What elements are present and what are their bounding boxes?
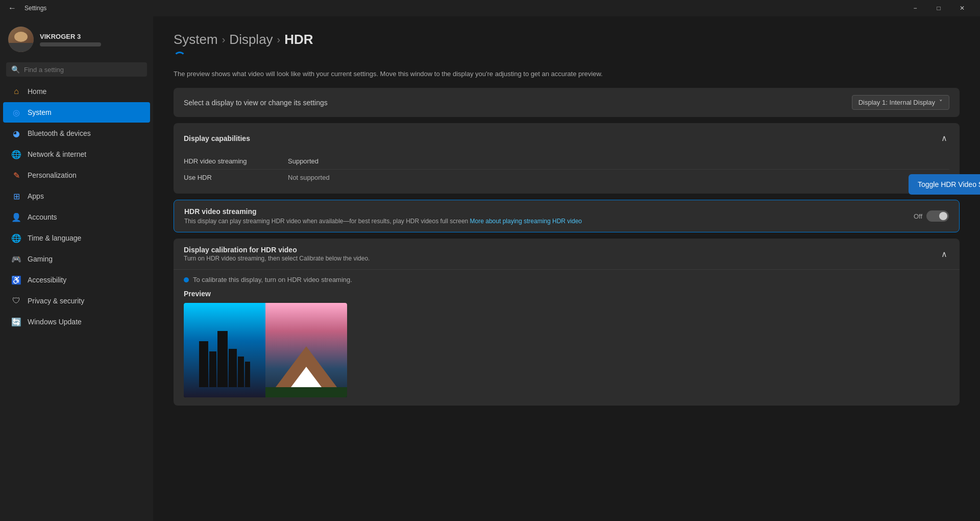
breadcrumb-display[interactable]: Display: [229, 32, 273, 48]
preview-label: Preview: [184, 290, 949, 298]
display-dropdown[interactable]: Display 1: Internal Display ˅: [852, 95, 949, 110]
breadcrumb-system[interactable]: System: [174, 32, 218, 48]
privacy-icon: 🛡: [11, 296, 21, 306]
breadcrumb-sep-2: ›: [277, 34, 281, 45]
main-content: System › Display › HDR The preview shows…: [153, 16, 980, 521]
building-1: [199, 341, 208, 387]
sidebar-item-accounts[interactable]: 👤 Accounts: [3, 207, 150, 227]
bluetooth-icon: ◕: [11, 128, 21, 138]
sidebar-item-label-privacy: Privacy & security: [28, 297, 84, 305]
toggle-row: Off: [914, 210, 949, 222]
building-3: [217, 331, 228, 387]
time-icon: 🌐: [11, 233, 21, 243]
capabilities-header: Display capabilities ∧: [174, 123, 960, 153]
sidebar-item-gaming[interactable]: 🎮 Gaming: [3, 249, 150, 269]
titlebar-controls: − □ ✕: [903, 0, 974, 16]
hdr-streaming-desc-text: This display can play streaming HDR vide…: [184, 218, 468, 225]
titlebar-left: ← Settings: [8, 4, 46, 13]
sidebar-item-label-accessibility: Accessibility: [28, 276, 66, 284]
loading-spinner: [174, 52, 186, 64]
calibration-header: Display calibration for HDR video Turn o…: [174, 239, 960, 269]
hdr-streaming-desc: This display can play streaming HDR vide…: [184, 218, 582, 225]
sidebar-item-apps[interactable]: ⊞ Apps: [3, 186, 150, 206]
calibration-card: Display calibration for HDR video Turn o…: [174, 239, 960, 406]
calibration-title: Display calibration for HDR video: [184, 246, 370, 254]
close-button[interactable]: ✕: [950, 0, 974, 16]
toggle-label: Off: [914, 212, 922, 220]
hdr-streaming-card: HDR video streaming This display can pla…: [174, 200, 960, 232]
calibration-header-text: Display calibration for HDR video Turn o…: [184, 246, 370, 262]
breadcrumb-hdr: HDR: [284, 32, 313, 48]
sidebar-item-label-time: Time & language: [28, 234, 81, 242]
app-body: VIKROGER 3 🔍 ⌂ Home ◎ System ◕ Bluetooth…: [0, 16, 980, 521]
preview-left-panel: [184, 303, 265, 397]
capabilities-section: HDR video streaming Supported Use HDR No…: [174, 153, 960, 194]
breadcrumb-sep-1: ›: [222, 34, 226, 45]
gaming-icon: 🎮: [11, 254, 21, 264]
display-dropdown-value: Display 1: Internal Display: [859, 99, 935, 106]
display-select-label: Select a display to view or change its s…: [184, 99, 328, 107]
sidebar-item-label-gaming: Gaming: [28, 255, 53, 263]
calibration-desc: Turn on HDR video streaming, then select…: [184, 255, 370, 262]
sidebar-item-personalization[interactable]: ✎ Personalization: [3, 165, 150, 185]
avatar: [8, 27, 34, 52]
sidebar-item-label-accounts: Accounts: [28, 213, 57, 221]
preview-right-panel: [265, 303, 347, 397]
personalization-icon: ✎: [11, 170, 21, 180]
building-2: [209, 351, 216, 387]
building-5: [238, 357, 244, 387]
sidebar-item-network[interactable]: 🌐 Network & internet: [3, 144, 150, 164]
titlebar: ← Settings − □ ✕: [0, 0, 980, 16]
hdr-streaming-title: HDR video streaming: [184, 207, 582, 216]
capabilities-card: Display capabilities ∧ HDR video streami…: [174, 123, 960, 194]
sidebar-item-bluetooth[interactable]: ◕ Bluetooth & devices: [3, 123, 150, 144]
hdr-streaming-wrapper: Toggle HDR Video Streaming ON HDR video …: [174, 200, 960, 232]
sidebar-item-label-update: Windows Update: [28, 318, 82, 326]
display-select-row: Select a display to view or change its s…: [174, 88, 960, 117]
breadcrumb: System › Display › HDR: [174, 32, 960, 48]
tooltip-bubble: Toggle HDR Video Streaming ON: [909, 174, 980, 195]
cap-value-hdr-video: Supported: [288, 157, 318, 165]
apps-icon: ⊞: [11, 191, 21, 201]
system-icon: ◎: [11, 107, 21, 117]
capabilities-chevron[interactable]: ∧: [939, 131, 949, 145]
sidebar-nav: ⌂ Home ◎ System ◕ Bluetooth & devices 🌐 …: [0, 81, 153, 333]
sidebar-item-label-network: Network & internet: [28, 150, 86, 158]
search-box[interactable]: 🔍: [6, 62, 147, 77]
accounts-icon: 👤: [11, 212, 21, 222]
minimize-button[interactable]: −: [903, 0, 927, 16]
back-button[interactable]: ←: [8, 4, 20, 13]
calibration-body: To calibrate this display, turn on HDR v…: [174, 269, 960, 406]
sidebar-item-accessibility[interactable]: ♿ Accessibility: [3, 270, 150, 290]
cap-label-hdr-video: HDR video streaming: [184, 157, 276, 165]
maximize-button[interactable]: □: [927, 0, 950, 16]
user-profile: VIKROGER 3: [0, 16, 153, 60]
calibration-info-text: To calibrate this display, turn on HDR v…: [193, 276, 352, 283]
cap-label-use-hdr: Use HDR: [184, 174, 276, 181]
sidebar-item-label-bluetooth: Bluetooth & devices: [28, 129, 91, 137]
home-icon: ⌂: [11, 86, 21, 97]
sidebar-item-privacy[interactable]: 🛡 Privacy & security: [3, 291, 150, 311]
mountain-shape: [276, 346, 337, 387]
building-6: [245, 362, 250, 387]
tree-row: [265, 387, 347, 397]
username: VIKROGER 3: [40, 33, 101, 40]
page-description: The preview shows what video will look l…: [174, 70, 633, 78]
user-info: VIKROGER 3: [40, 33, 101, 46]
sidebar-item-time[interactable]: 🌐 Time & language: [3, 228, 150, 248]
search-input[interactable]: [24, 66, 142, 74]
hdr-streaming-inner: HDR video streaming This display can pla…: [174, 200, 959, 232]
update-icon: 🔄: [11, 317, 21, 327]
hdr-streaming-link[interactable]: More about playing streaming HDR video: [470, 218, 582, 225]
sidebar-item-system[interactable]: ◎ System: [3, 102, 150, 123]
titlebar-title: Settings: [24, 5, 46, 12]
sidebar-item-home[interactable]: ⌂ Home: [3, 81, 150, 102]
city-silhouette: [184, 331, 265, 387]
accessibility-icon: ♿: [11, 275, 21, 285]
chevron-down-icon: ˅: [939, 99, 943, 106]
calibration-chevron[interactable]: ∧: [939, 247, 949, 261]
hdr-streaming-toggle[interactable]: [926, 210, 949, 222]
sidebar-item-label-apps: Apps: [28, 192, 44, 200]
sidebar-item-update[interactable]: 🔄 Windows Update: [3, 312, 150, 332]
hdr-streaming-left: HDR video streaming This display can pla…: [184, 207, 582, 225]
